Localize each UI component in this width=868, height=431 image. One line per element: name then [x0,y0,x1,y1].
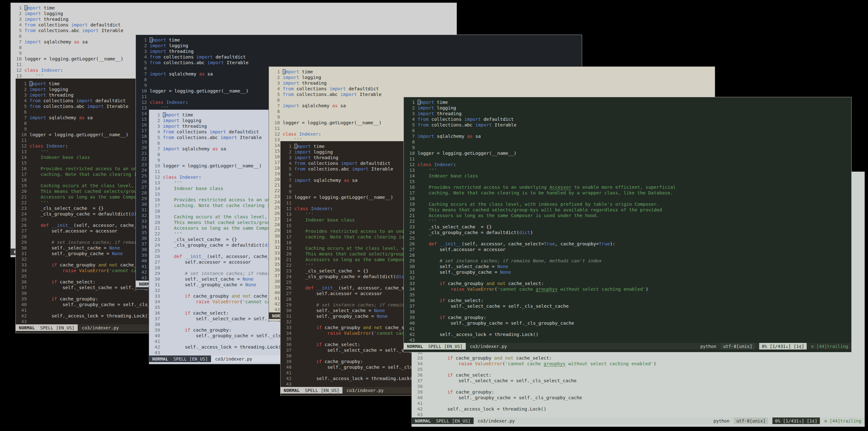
line-number: 15 [269,148,280,154]
line-number: 4 [404,116,415,122]
code-line: 41 [412,400,865,406]
terminal-window-w4[interactable]: 1import time2import logging3import threa… [403,97,851,352]
line-number: 24 [16,211,27,217]
line-number: 13 [136,105,147,111]
line-number: 11 [269,125,280,131]
code-token [341,331,344,336]
code-token: collections [174,129,210,134]
code-token: ValueError [467,286,494,291]
code-token: Iterable [237,135,262,140]
code-token: import [76,98,92,103]
code-line: 39 if cache_groupby: [412,389,865,395]
code-token: cache_select: [57,279,95,284]
code-line: 30 self._select_cache = None [404,264,851,269]
line-number: 14 [136,111,147,116]
line-number: 3 [269,80,280,86]
code-token: ''' [417,168,437,173]
code-token: raise [451,286,465,291]
line-number: 16 [136,122,147,128]
statusline-filetype: python [701,343,716,349]
code-token: import [283,69,299,74]
code-token: and [98,263,106,268]
code-token [294,285,305,290]
code-token [163,294,185,299]
code-token: cache_select: [453,372,491,377]
code-token: time [166,37,180,42]
line-number: 30 [269,233,280,239]
code-token: logging [166,43,188,48]
code-token [30,268,63,273]
code-token: Indexer [311,206,330,211]
line-number: 29 [281,302,291,308]
code-token: not [109,263,117,268]
code-line: 24 _cls_groupby_cache = defaultdict(dict… [404,230,851,235]
line-number: 26 [404,241,415,247]
code-token: None [243,277,253,282]
code-token: import [87,104,103,109]
line-number: 8 [136,77,147,83]
vim-mode-indicator: NORMAL [19,325,35,331]
line-number: 21 [281,257,291,263]
line-number: 22 [149,231,160,237]
line-number: 28 [269,222,280,227]
line-number: 43 [281,381,291,387]
code-token: cache_groupby [445,281,486,286]
line-number: 16 [16,166,27,172]
code-token: import [163,118,179,123]
code-line: 42 self._access_lock = threading.Lock() [412,406,865,412]
code-token: Accessors so long as the same Composer i… [417,213,599,218]
line-number: 18 [269,165,280,171]
code-token: self._select_cache = [163,277,243,282]
code-token: ( [502,361,505,366]
code-token: Iterable [357,92,382,97]
line-number: 34 [281,330,291,336]
code-token: if [447,390,453,395]
line-number: 10 [136,88,147,94]
code-token: if [52,296,57,301]
code-token: cache_groupby: [445,315,486,320]
code-token: and [494,356,502,361]
code-token: from [417,122,429,127]
code-token: if [185,310,190,315]
code-token: : [330,206,333,211]
code-token: Indexer [434,162,453,167]
code-line: 40 self._groupby_cache = self._cls_group… [404,320,851,326]
code-token: raise [459,361,472,366]
code-token: as [332,103,337,108]
code-line: 27 self.accessor = accessor [404,247,851,252]
line-number: 15 [136,116,147,122]
code-line: 26 def __init__(self, accessor, cache_se… [404,241,851,247]
code-token: from [30,98,40,103]
code-line: 5from collections.abc import Iterable [404,122,851,128]
code-line: 2import logging [269,74,715,80]
code-token: cache_groupby: [57,296,98,301]
code-token: time [434,100,448,105]
code-token [294,331,328,336]
code-line: 5from collections.abc import Iterable [269,92,715,97]
code-token: from [30,104,40,109]
code-token: from [150,55,161,59]
code-token: Accessor [550,185,571,190]
code-token: import [163,146,179,151]
line-number: 32 [404,275,415,281]
vim-cursor: i [417,100,421,105]
line-number: 11 [136,94,147,99]
code-line: 33 if cache_groupby and not cache_select… [404,281,851,286]
code-line: 3import threading [269,80,715,86]
code-token: if [52,263,57,268]
line-number: 37 [412,378,423,383]
code-token [294,359,316,364]
line-number: 17 [281,234,291,240]
code-token [30,263,52,268]
line-number: 2 [149,118,160,123]
line-number: 38 [16,290,27,296]
line-number: 19 [404,201,415,207]
line-number: 10 [149,163,160,168]
line-number: 4 [136,54,147,60]
code-token: not [243,294,251,299]
code-token: as [467,134,472,139]
line-number: 30 [149,276,160,282]
line-number: 38 [281,353,291,359]
code-token: time [311,144,324,149]
line-number: 10 [404,150,415,156]
